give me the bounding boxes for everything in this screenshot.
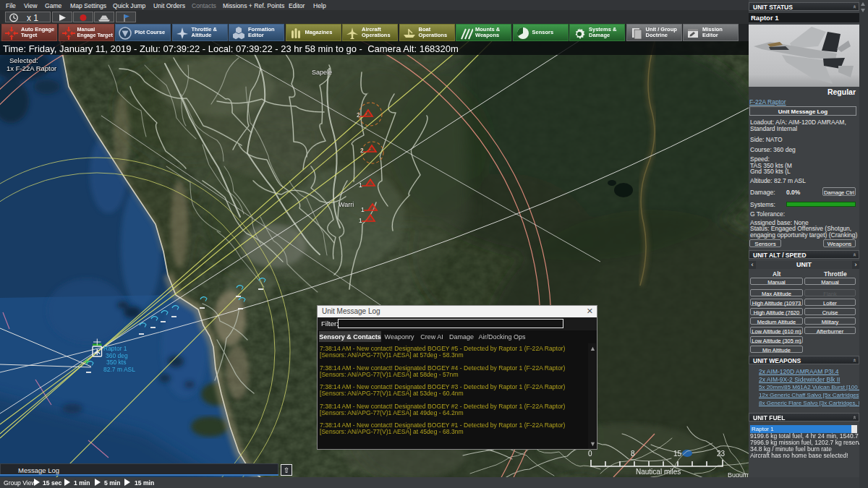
svg-text:1: 1 (359, 181, 362, 189)
svg-text:x 1: x 1 (27, 13, 38, 22)
svg-text:Warri: Warri (339, 201, 354, 208)
svg-text:2: 2 (357, 111, 360, 119)
svg-text:350 kts: 350 kts (106, 359, 126, 366)
svg-text:Nautical miles: Nautical miles (636, 468, 681, 476)
svg-text:Raptor 1: Raptor 1 (103, 345, 127, 352)
svg-text:1: 1 (359, 217, 362, 224)
svg-text:0: 0 (588, 450, 592, 458)
svg-text:8: 8 (631, 450, 635, 458)
svg-text:1: 1 (361, 206, 365, 213)
svg-text:15: 15 (673, 450, 682, 458)
svg-text:Sapele: Sapele (312, 69, 332, 76)
svg-text:2: 2 (360, 147, 364, 154)
svg-text:23: 23 (717, 450, 726, 458)
svg-text:82.7 m ASL: 82.7 m ASL (103, 366, 135, 373)
